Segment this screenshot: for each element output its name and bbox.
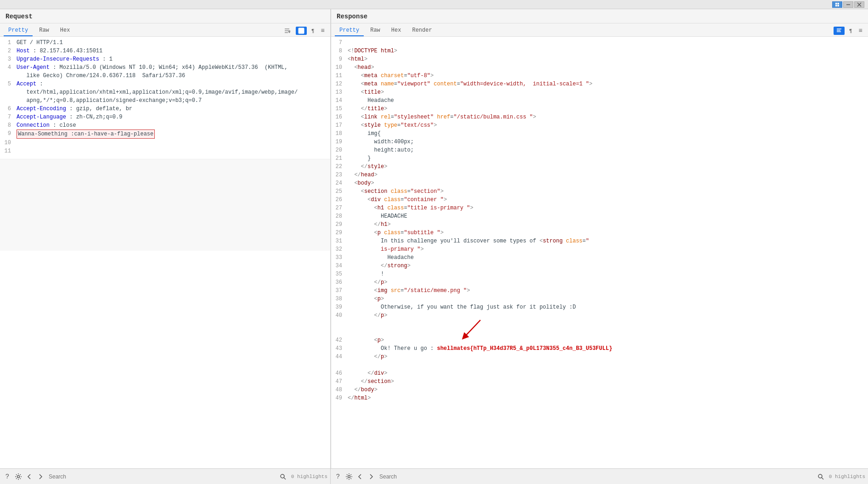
svg-point-23 <box>348 475 350 478</box>
svg-point-21 <box>281 474 284 478</box>
request-empty-area <box>0 159 330 251</box>
close-btn[interactable] <box>854 1 864 8</box>
response-line-41 <box>331 320 868 336</box>
response-line-33: 33 Headache <box>331 253 868 262</box>
response-line-30: 29 <p class="subtitle "> <box>331 229 868 237</box>
tab-raw-request[interactable]: Raw <box>34 25 54 36</box>
request-line-11: 11 <box>0 147 330 155</box>
highlights-left: 0 highlights <box>291 474 327 479</box>
response-line-9: 9 <html> <box>331 55 868 63</box>
menu-icon-request[interactable]: ≡ <box>319 26 327 35</box>
request-line-2: 2 Host : 82.157.146.43:15011 <box>0 47 330 55</box>
response-line-19: 19 width:400px; <box>331 138 868 146</box>
response-line-15: 15 </title> <box>331 105 868 113</box>
pretty-format-icon-response[interactable] <box>834 27 845 35</box>
line-break-icon[interactable]: ¶ <box>310 27 316 34</box>
request-line-5: 5 Accept : text/html,application/xhtml+x… <box>0 80 330 105</box>
settings-icon-right[interactable] <box>344 472 354 481</box>
request-line-8: 8 Connection : close <box>0 121 330 129</box>
response-line-18: 18 img{ <box>331 129 868 138</box>
response-tabs: Pretty Raw Hex Render ¶ ≡ <box>331 23 868 37</box>
request-line-9: 9 Wanna-Something :can-i-have-a-flag-ple… <box>0 129 330 139</box>
response-line-12: 12 <meta name="viewport" content="width=… <box>331 80 868 88</box>
top-bar <box>0 0 868 9</box>
response-line-21: 21 } <box>331 154 868 163</box>
response-line-14: 14 Headache <box>331 96 868 105</box>
question-icon-right[interactable]: ? <box>333 472 343 481</box>
response-line-48: 48 </body> <box>331 386 868 394</box>
svg-point-20 <box>17 475 20 478</box>
response-line-8: 8 <!DOCTYPE html> <box>331 47 868 55</box>
minimize-btn[interactable] <box>843 1 853 8</box>
response-code-area[interactable]: 7 8 <!DOCTYPE html> 9 <html> 10 <head> 1… <box>331 37 868 468</box>
request-code-area[interactable]: 1 GET / HTTP/1.1 2 Host : 82.157.146.43:… <box>0 37 330 468</box>
svg-rect-3 <box>838 5 840 6</box>
svg-line-22 <box>284 478 286 479</box>
request-title: Request <box>0 9 330 23</box>
response-line-29: 29 </h1> <box>331 220 868 229</box>
forward-icon-left[interactable] <box>36 472 45 481</box>
response-line-17: 17 <style type="text/css"> <box>331 121 868 129</box>
svg-line-25 <box>822 478 823 479</box>
search-go-right[interactable] <box>816 472 825 481</box>
back-icon-right[interactable] <box>355 472 365 481</box>
response-line-39: 39 Otherwise, if you want the flag just … <box>331 303 868 311</box>
response-line-47: 47 </section> <box>331 377 868 386</box>
request-line-6: 6 Accept-Encoding : gzip, deflate, br <box>0 105 330 113</box>
search-input-right[interactable] <box>378 473 814 481</box>
request-tabs: Pretty Raw Hex <box>0 23 330 37</box>
response-line-45 <box>331 361 868 369</box>
response-line-34: 34 </strong> <box>331 262 868 270</box>
pretty-format-icon[interactable] <box>296 27 307 35</box>
response-line-27: 27 <h1 class="title is-primary "> <box>331 204 868 212</box>
response-panel: Response Pretty Raw Hex Render ¶ ≡ <box>331 9 868 468</box>
response-line-13: 13 <title> <box>331 88 868 96</box>
menu-icon-response[interactable]: ≡ <box>857 26 864 35</box>
response-line-43: 43 Ok! There u go : shellmates{hTTp_H34d… <box>331 344 868 353</box>
response-line-38: 38 <p> <box>331 295 868 303</box>
search-go-left[interactable] <box>278 472 287 481</box>
forward-icon-right[interactable] <box>366 472 376 481</box>
request-line-7: 7 Accept-Language : zh-CN,zh;q=0.9 <box>0 113 330 121</box>
response-line-28: 28 HEADACHE <box>331 212 868 220</box>
response-line-25: 25 <section class="section"> <box>331 187 868 196</box>
back-icon-left[interactable] <box>25 472 34 481</box>
response-line-49: 49 </html> <box>331 394 868 402</box>
search-input-left[interactable] <box>47 473 276 481</box>
tile-btn[interactable] <box>832 1 842 8</box>
svg-rect-4 <box>846 4 850 5</box>
request-bottom-section: ? 0 highlights <box>0 469 331 484</box>
settings-icon-left[interactable] <box>14 472 23 481</box>
response-line-26: 26 <div class="container "> <box>331 196 868 204</box>
response-line-23: 23 </head> <box>331 171 868 179</box>
tab-pretty-request[interactable]: Pretty <box>4 25 33 36</box>
svg-rect-2 <box>835 5 837 6</box>
bottom-bar: ? 0 highlights ? <box>0 468 868 484</box>
response-line-11: 11 <meta charset="utf-8"> <box>331 72 868 80</box>
response-line-40: 40 </p> <box>331 311 868 320</box>
svg-point-24 <box>818 474 822 478</box>
svg-rect-1 <box>838 3 840 5</box>
response-line-37: 37 <img src="/static/meme.png "> <box>331 287 868 295</box>
svg-rect-0 <box>835 3 837 5</box>
request-line-10: 10 <box>0 139 330 147</box>
tab-hex-response[interactable]: Hex <box>387 25 406 36</box>
response-line-36: 36 </p> <box>331 278 868 287</box>
response-bottom-section: ? 0 highlights <box>331 469 868 484</box>
response-line-32: 32 is-primary "> <box>331 245 868 253</box>
no-wrap-icon[interactable] <box>282 27 293 35</box>
response-line-22: 22 </style> <box>331 163 868 171</box>
request-line-4: 4 User-Agent : Mozilla/5.0 (Windows NT 1… <box>0 63 330 80</box>
response-line-16: 16 <link rel="stylesheet" href="/static/… <box>331 113 868 121</box>
tab-render-response[interactable]: Render <box>407 25 436 36</box>
tab-pretty-response[interactable]: Pretty <box>335 25 364 36</box>
question-icon-left[interactable]: ? <box>3 472 12 481</box>
tab-hex-request[interactable]: Hex <box>56 25 75 36</box>
response-line-42: 42 <p> <box>331 336 868 344</box>
response-line-20: 20 height:auto; <box>331 146 868 154</box>
response-line-10: 10 <head> <box>331 63 868 72</box>
request-line-1: 1 GET / HTTP/1.1 <box>0 39 330 47</box>
response-line-35: 35 ! <box>331 270 868 278</box>
line-break-icon-response[interactable]: ¶ <box>847 27 854 34</box>
tab-raw-response[interactable]: Raw <box>366 25 385 36</box>
